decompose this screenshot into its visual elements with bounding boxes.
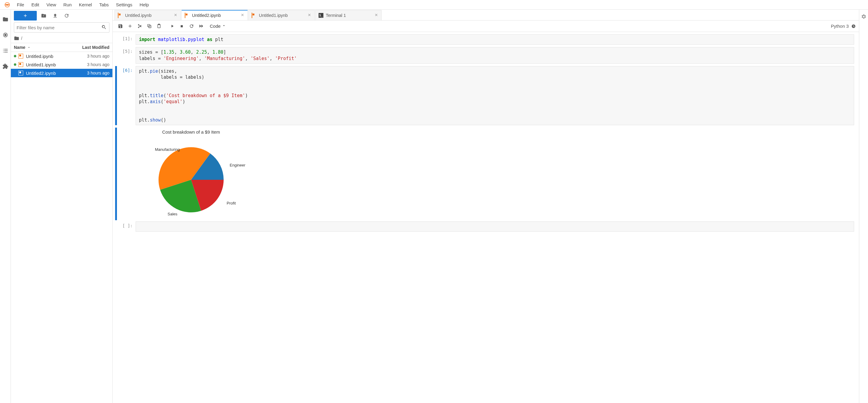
file-modified: 3 hours ago bbox=[87, 70, 110, 76]
right-rail bbox=[859, 10, 868, 403]
svg-rect-12 bbox=[158, 24, 159, 25]
menu-kernel[interactable]: Kernel bbox=[75, 1, 96, 8]
svg-rect-3 bbox=[3, 49, 4, 50]
cell-input[interactable]: sizes = [1.35, 3.60, 2.25, 1.80] labels … bbox=[135, 47, 854, 64]
file-row[interactable]: Untitled1.ipynb3 hours ago bbox=[11, 60, 113, 69]
pie-label: Sales bbox=[167, 212, 178, 216]
notebook-body[interactable]: [1]: import matplotlib.pyplot as plt [5]… bbox=[113, 32, 859, 403]
code-cell[interactable]: [5]: sizes = [1.35, 3.60, 2.25, 1.80] la… bbox=[113, 47, 859, 64]
svg-rect-4 bbox=[4, 49, 7, 50]
menu-tabs[interactable]: Tabs bbox=[96, 1, 113, 8]
property-inspector-icon[interactable] bbox=[861, 14, 867, 20]
menu-run[interactable]: Run bbox=[60, 1, 75, 8]
file-row[interactable]: Untitled2.ipynb3 hours ago bbox=[11, 69, 113, 77]
file-name: Untitled2.ipynb bbox=[26, 70, 87, 76]
close-icon[interactable] bbox=[241, 13, 244, 18]
pie-label: Manufacturing bbox=[155, 147, 180, 152]
new-launcher-button[interactable] bbox=[14, 11, 37, 21]
col-modified-label[interactable]: Last Modified bbox=[73, 45, 110, 50]
code-cell[interactable]: [ ]: bbox=[113, 221, 859, 232]
cell-input[interactable]: plt.pie(sizes, labels = labels) plt.titl… bbox=[135, 66, 854, 125]
file-modified: 3 hours ago bbox=[87, 62, 110, 67]
cell-gutter bbox=[115, 66, 117, 125]
close-icon[interactable] bbox=[307, 13, 311, 18]
run-icon[interactable] bbox=[167, 22, 177, 31]
kernel-status-icon[interactable] bbox=[851, 24, 856, 29]
copy-icon[interactable] bbox=[145, 22, 154, 31]
terminal-icon: $_ bbox=[318, 13, 323, 18]
tab-label: Untitled1.ipynb bbox=[259, 13, 288, 18]
tab[interactable]: Untitled1.ipynb bbox=[248, 10, 315, 20]
svg-rect-8 bbox=[4, 52, 7, 53]
cell-type-select[interactable]: Code bbox=[208, 22, 227, 30]
menu-file[interactable]: File bbox=[13, 1, 28, 8]
upload-icon[interactable] bbox=[51, 11, 60, 20]
folder-icon[interactable] bbox=[2, 16, 9, 23]
cell-prompt: [ ]: bbox=[118, 222, 135, 232]
filter-input-wrap bbox=[14, 22, 110, 33]
notebook-icon bbox=[185, 13, 190, 18]
cell-gutter bbox=[115, 222, 117, 232]
extensions-icon[interactable] bbox=[2, 63, 9, 70]
menu-view[interactable]: View bbox=[43, 1, 60, 8]
close-icon[interactable] bbox=[174, 13, 178, 18]
file-modified: 3 hours ago bbox=[87, 54, 110, 59]
tab-bar: Untitled.ipynbUntitled2.ipynbUntitled1.i… bbox=[113, 10, 859, 21]
svg-rect-13 bbox=[181, 25, 183, 27]
breadcrumb[interactable]: / bbox=[11, 34, 113, 43]
insert-cell-icon[interactable] bbox=[125, 22, 134, 31]
toc-icon[interactable] bbox=[2, 47, 9, 54]
tab[interactable]: Untitled2.ipynb bbox=[181, 10, 248, 20]
chart-title: Cost breakdown of a $9 Item bbox=[137, 129, 245, 135]
menu-bar: File Edit View Run Kernel Tabs Settings … bbox=[0, 0, 868, 10]
code-cell[interactable]: [1]: import matplotlib.pyplot as plt bbox=[113, 34, 859, 45]
tab[interactable]: $_Terminal 1 bbox=[315, 10, 381, 20]
paste-icon[interactable] bbox=[154, 22, 163, 31]
cell-prompt: [1]: bbox=[118, 34, 135, 45]
file-list-header: Name Last Modified bbox=[11, 43, 113, 52]
file-name: Untitled.ipynb bbox=[26, 54, 87, 59]
svg-rect-6 bbox=[4, 50, 7, 51]
restart-icon[interactable] bbox=[187, 22, 196, 31]
cell-input[interactable]: import matplotlib.pyplot as plt bbox=[135, 34, 854, 45]
save-icon[interactable] bbox=[116, 22, 125, 31]
file-list: Untitled.ipynb3 hours agoUntitled1.ipynb… bbox=[11, 52, 113, 403]
cell-input[interactable] bbox=[135, 222, 854, 232]
tab-label: Untitled2.ipynb bbox=[192, 13, 221, 18]
notebook-icon bbox=[118, 13, 123, 18]
svg-rect-7 bbox=[3, 52, 4, 53]
sort-asc-icon bbox=[27, 46, 31, 49]
breadcrumb-root[interactable]: / bbox=[21, 36, 22, 41]
kernel-name[interactable]: Python 3 bbox=[831, 24, 849, 29]
pie-chart: Cost breakdown of a $9 Item EngineeringM… bbox=[137, 129, 245, 219]
notebook-icon bbox=[18, 53, 24, 59]
left-rail bbox=[0, 10, 11, 403]
new-folder-icon[interactable] bbox=[39, 11, 48, 20]
tab[interactable]: Untitled.ipynb bbox=[115, 10, 181, 20]
file-row[interactable]: Untitled.ipynb3 hours ago bbox=[11, 52, 113, 60]
running-dot-icon bbox=[14, 63, 16, 66]
code-cell[interactable]: [6]: plt.pie(sizes, labels = labels) plt… bbox=[113, 65, 859, 126]
cut-icon[interactable] bbox=[135, 22, 144, 31]
filter-input[interactable] bbox=[17, 25, 101, 30]
refresh-icon[interactable] bbox=[62, 11, 71, 20]
file-browser: / Name Last Modified Untitled.ipynb3 hou… bbox=[11, 10, 113, 403]
menu-edit[interactable]: Edit bbox=[28, 1, 43, 8]
cell-output: Cost breakdown of a $9 Item EngineeringM… bbox=[113, 127, 859, 221]
run-all-icon[interactable] bbox=[196, 22, 206, 31]
svg-rect-5 bbox=[3, 50, 4, 51]
notebook-icon bbox=[18, 62, 24, 67]
file-name: Untitled1.ipynb bbox=[26, 62, 87, 67]
notebook-toolbar: Code Python 3 bbox=[113, 21, 859, 32]
pie-label: Profit bbox=[227, 201, 236, 205]
menu-settings[interactable]: Settings bbox=[113, 1, 136, 8]
notebook-icon bbox=[18, 70, 24, 76]
jupyter-logo-icon bbox=[4, 1, 11, 8]
work-area: Untitled.ipynbUntitled2.ipynbUntitled1.i… bbox=[113, 10, 859, 403]
running-icon[interactable] bbox=[2, 31, 9, 38]
col-name-label[interactable]: Name bbox=[14, 45, 25, 50]
menu-help[interactable]: Help bbox=[136, 1, 153, 8]
cell-gutter bbox=[115, 34, 117, 45]
stop-icon[interactable] bbox=[177, 22, 186, 31]
close-icon[interactable] bbox=[374, 13, 378, 18]
